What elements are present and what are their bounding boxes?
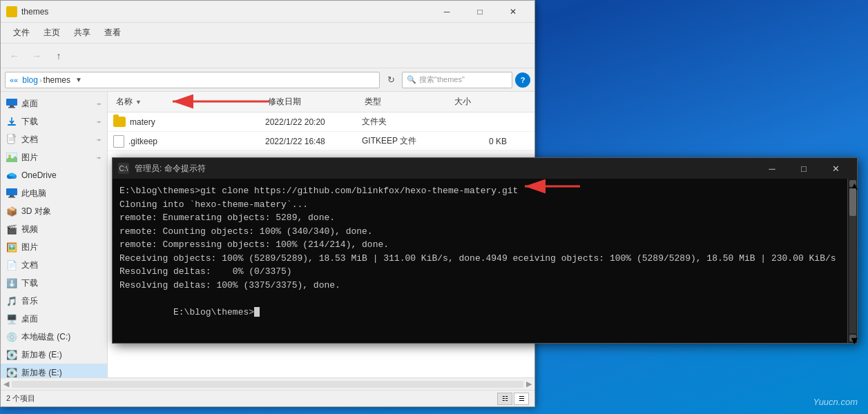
col-header-type[interactable]: 类型 [362,93,452,110]
menu-item-home[interactable]: 主页 [37,24,67,41]
back-button[interactable]: ← [5,46,24,66]
cmd-line-5: remote: Compressing objects: 100% (214/2… [119,238,840,252]
sidebar-item-desktop2[interactable]: 🖥️ 桌面 [1,310,107,328]
sidebar-label-music: 音乐 [21,295,38,307]
cmd-title-bar: C:\ 管理员: 命令提示符 ─ □ ✕ [113,158,857,179]
addr-themes: themes [44,75,70,85]
file-icon-gitkeep [113,135,124,148]
download-icon2: ⬇️ [6,277,17,288]
explorer-title-controls: ─ □ ✕ [431,1,529,22]
document-icon2: 📄 [6,259,17,270]
cmd-line-3: remote: Enumerating objects: 5289, done. [119,211,840,225]
sort-arrow-name: ▼ [135,99,142,106]
cmd-scroll-up[interactable]: ▲ [849,180,856,187]
sidebar-item-desktop1[interactable]: 桌面 ➛ [1,95,107,112]
cmd-line-7: Resolving deltas: 0% (0/3375) [119,265,840,279]
sidebar-item-diske2[interactable]: 💽 新加卷 (E:) [1,364,107,377]
sidebar-item-picture2[interactable]: 🖼️ 图片 [1,238,107,256]
cmd-scrollbar[interactable]: ▲ ▼ [847,179,857,343]
cmd-controls: ─ □ ✕ [756,159,851,178]
document-icon1 [6,134,17,145]
addr-blog[interactable]: blog [22,75,38,85]
col-header-name[interactable]: 名称 ▼ [113,93,265,110]
sidebar-item-diske[interactable]: 💽 新加卷 (E:) [1,346,107,364]
file-date-gitkeep: 2022/1/22 16:48 [265,137,362,146]
file-label-gitkeep: .gitkeep [128,137,157,146]
sidebar-item-document2[interactable]: 📄 文档 [1,256,107,274]
sidebar-pin-picture1: ➛ [96,154,102,161]
sidebar-item-video[interactable]: 🎬 视频 [1,220,107,238]
sidebar-item-download1[interactable]: 下载 ➛ [1,112,107,130]
search-placeholder: 搜索"themes" [419,75,465,85]
address-dropdown[interactable]: ▼ [70,72,87,88]
file-type-gitkeep: GITKEEP 文件 [362,135,452,147]
explorer-title: themes [21,7,431,17]
sidebar-pin-document1: ➛ [96,136,102,144]
desktop: themes ─ □ ✕ 文件 主页 共享 查看 ← → ↑ «« bl [0,0,868,414]
desktop-icon1 [6,98,17,109]
sidebar-item-document1[interactable]: 文档 ➛ [1,130,107,148]
help-button[interactable]: ? [515,72,530,88]
file-list-header: 名称 ▼ 修改日期 类型 大小 [108,92,534,112]
cmd-maximize-button[interactable]: □ [788,159,820,178]
svg-rect-12 [6,188,17,195]
sidebar-label-3d: 3D 对象 [21,206,51,217]
sidebar-item-music[interactable]: 🎵 音乐 [1,292,107,310]
explorer-maximize-button[interactable]: □ [464,1,496,22]
explorer-close-button[interactable]: ✕ [497,1,529,22]
menu-item-view[interactable]: 查看 [97,24,128,41]
cmd-close-button[interactable]: ✕ [820,159,851,178]
svg-rect-3 [8,124,16,126]
refresh-button[interactable]: ↻ [383,72,399,88]
col-header-date[interactable]: 修改日期 [265,93,362,110]
sidebar-pin-desktop1: ➛ [96,100,102,108]
search-box[interactable]: 🔍 搜索"themes" [402,72,512,88]
svg-rect-1 [10,106,14,107]
sidebar-pin-download1: ➛ [96,118,102,126]
sidebar-label-document2: 文档 [21,259,38,271]
3d-icon: 📦 [6,206,17,217]
diske-icon: 💽 [6,349,17,360]
menu-item-file[interactable]: 文件 [6,24,37,41]
desktop-icon2: 🖥️ [6,313,17,324]
sidebar-item-thispc[interactable]: 此电脑 [1,184,107,202]
cmd-line-8: Resolving deltas: 100% (3375/3375), done… [119,279,840,293]
sidebar-label-onedrive: OneDrive [21,170,57,180]
search-icon: 🔍 [407,75,416,84]
sidebar-label-document1: 文档 [21,134,38,146]
sidebar-label-picture1: 图片 [21,152,38,164]
sidebar-label-diske2: 新加卷 (E:) [21,367,62,378]
music-icon: 🎵 [6,295,17,306]
sidebar-item-onedrive[interactable]: OneDrive [1,166,107,184]
file-row-matery[interactable]: matery 2022/1/22 20:20 文件夹 [108,112,534,132]
cmd-scroll-thumb[interactable] [849,188,856,216]
explorer-minimize-button[interactable]: ─ [431,1,463,22]
forward-button[interactable]: → [27,46,46,66]
up-button[interactable]: ↑ [49,46,68,66]
picture-icon2: 🖼️ [6,241,17,253]
col-header-size[interactable]: 大小 [452,93,507,110]
view-details-button[interactable]: ☷ [497,393,512,405]
svg-point-11 [9,172,15,176]
file-name-matery: matery [113,117,265,127]
sidebar-item-download2[interactable]: ⬇️ 下载 [1,274,107,292]
cmd-minimize-button[interactable]: ─ [756,159,788,178]
sidebar-item-diskc[interactable]: 💿 本地磁盘 (C:) [1,328,107,346]
cmd-scroll-down[interactable]: ▼ [849,335,856,342]
menu-item-share[interactable]: 共享 [67,24,97,41]
sidebar-item-3d[interactable]: 📦 3D 对象 [1,202,107,220]
sidebar-item-picture1[interactable]: 图片 ➛ [1,148,107,166]
file-type-matery: 文件夹 [362,116,452,128]
cmd-body[interactable]: E:\blog\themes>git clone https://github.… [113,179,847,343]
file-name-gitkeep: .gitkeep [113,135,265,148]
explorer-window-icon [6,6,17,17]
view-large-button[interactable]: ☰ [514,393,529,405]
diske2-icon: 💽 [6,367,17,377]
horizontal-scrollbar[interactable] [12,381,523,388]
cmd-window-icon: C:\ [118,163,129,174]
addr-sep1: › [39,76,42,84]
address-bar: «« blog › themes ▼ ↻ 🔍 搜索"themes" ? [1,68,534,92]
file-row-gitkeep[interactable]: .gitkeep 2022/1/22 16:48 GITKEEP 文件 0 KB [108,132,534,151]
address-box[interactable]: «« blog › themes ▼ [5,72,380,88]
horizontal-scroll-area: ◀ ▶ [1,377,534,390]
